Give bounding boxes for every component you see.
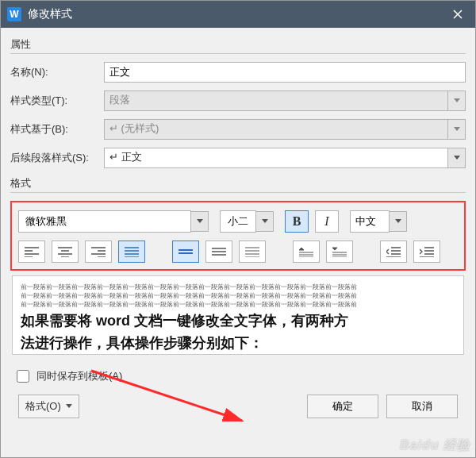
preview-context: 前一段落前一段落前一段落前一段落前一段落前一段落前一段落前一段落前一段落前一段落… [21, 300, 455, 309]
font-name-input[interactable] [18, 210, 191, 233]
paragraph-toolbar [18, 241, 458, 263]
chevron-down-icon[interactable] [191, 211, 209, 232]
next-style-combo[interactable]: ↵ 正文 [104, 148, 448, 168]
bold-button[interactable]: B [285, 210, 309, 233]
line-spacing-15-button[interactable] [205, 241, 232, 263]
language-combo[interactable] [350, 210, 407, 233]
format-menu-label: 格式(O) [25, 399, 61, 414]
divider [10, 192, 466, 193]
cancel-button[interactable]: 取消 [386, 394, 458, 418]
watermark: Baidu 经验 [400, 437, 470, 454]
style-type-label: 样式类型(T): [10, 94, 104, 108]
preview-context: 前一段落前一段落前一段落前一段落前一段落前一段落前一段落前一段落前一段落前一段落… [21, 291, 455, 300]
preview-text: 法进行操作，具体操作步骤分别如下： [21, 333, 455, 353]
ok-button[interactable]: 确定 [307, 394, 378, 418]
chevron-down-icon[interactable] [256, 211, 274, 232]
next-style-label: 后续段落样式(S): [10, 151, 104, 165]
close-icon [453, 10, 463, 19]
name-input[interactable] [104, 62, 466, 83]
font-size-combo[interactable] [220, 210, 274, 233]
align-center-button[interactable] [52, 241, 79, 263]
indent-decrease-button[interactable] [380, 241, 407, 263]
language-input[interactable] [350, 210, 390, 233]
close-button[interactable] [440, 1, 475, 28]
align-right-button[interactable] [85, 241, 112, 263]
align-left-button[interactable] [18, 241, 45, 263]
chevron-down-icon [66, 404, 72, 409]
preview-context: 前一段落前一段落前一段落前一段落前一段落前一段落前一段落前一段落前一段落前一段落… [21, 283, 455, 291]
save-to-template-checkbox[interactable] [17, 370, 29, 383]
format-menu-button[interactable]: 格式(O) [18, 394, 79, 418]
font-toolbar: B I [18, 210, 458, 233]
based-on-combo[interactable]: ↵ (无样式) [104, 119, 448, 140]
chevron-down-icon[interactable] [448, 148, 466, 168]
based-on-label: 样式基于(B): [10, 122, 104, 137]
name-label: 名称(N): [10, 65, 104, 79]
properties-legend: 属性 [10, 37, 466, 52]
line-spacing-1-button[interactable] [172, 241, 199, 263]
space-before-dec-button[interactable] [326, 241, 353, 263]
divider [10, 53, 466, 54]
font-name-combo[interactable] [18, 210, 209, 233]
titlebar: W 修改样式 [1, 1, 475, 28]
format-legend: 格式 [10, 176, 466, 191]
font-size-input[interactable] [220, 210, 256, 233]
dialog-title: 修改样式 [28, 7, 440, 21]
style-type-combo: 段落 [104, 90, 448, 111]
preview-text: 如果需要将 word 文档一键修改全文字体，有两种方 [21, 310, 455, 331]
space-before-inc-button[interactable] [293, 241, 320, 263]
italic-button[interactable]: I [315, 210, 339, 233]
dialog-modify-style: W 修改样式 属性 名称(N): 样式类型(T): 段落 样式基于(B): ↵ … [0, 0, 476, 458]
align-justify-button[interactable] [118, 241, 145, 263]
indent-increase-button[interactable] [413, 241, 440, 263]
line-spacing-2-button[interactable] [239, 241, 266, 263]
preview-pane: 前一段落前一段落前一段落前一段落前一段落前一段落前一段落前一段落前一段落前一段落… [12, 275, 464, 355]
chevron-down-icon[interactable] [390, 211, 407, 232]
app-icon: W [7, 7, 21, 21]
chevron-down-icon [448, 90, 466, 111]
save-to-template-label: 同时保存到模板(A) [36, 369, 122, 383]
highlight-box: B I [10, 201, 466, 271]
chevron-down-icon[interactable] [448, 119, 466, 140]
